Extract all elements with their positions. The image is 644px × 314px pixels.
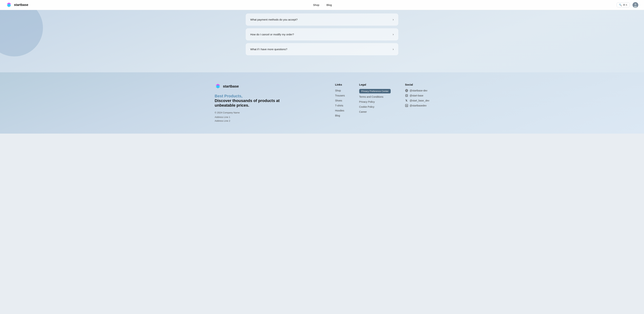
list-item-shop: Shop [335,89,345,92]
faq-question-0: What payment methods do you accept? [250,18,298,21]
nav-shop[interactable]: Shop [313,3,319,6]
svg-point-4 [634,3,636,5]
social-label-start-base: @start-base [410,94,423,97]
main-content: What payment methods do you accept? › Ho… [0,0,644,134]
footer-tagline-colored: Best Products [215,94,241,98]
footer-logo-text: startbase [223,84,239,88]
social-item-globe[interactable]: @startbase-dev [405,89,429,92]
footer-col-legal: Legal Privacy Preference Center Terms an… [359,83,391,123]
social-item-x[interactable]: 𝕏 @start_base_dev [405,99,429,102]
social-heading: Social [405,83,429,86]
footer-inner: startbase Best Products, Discover thousa… [215,83,429,123]
footer-address-line1: Address Line 1 [215,115,300,119]
list-item-career: Career [359,110,391,113]
footer-logo: startbase [215,83,300,90]
faq-item-1[interactable]: How do I cancel or modify my order? › [246,28,398,40]
x-icon: 𝕏 [405,99,408,102]
faq-item-0[interactable]: What payment methods do you accept? › [246,13,398,25]
link-hoodies[interactable]: Hoodies [335,109,344,112]
list-item-trousers: Trousers [335,94,345,97]
list-item-cookie: Cookie Policy [359,105,391,108]
links-list: Shop Trousers Shoes T-shirts Hoodies [335,89,345,117]
search-shortcut: ⌘ K [623,3,627,6]
chevron-right-icon-2: › [393,47,394,51]
social-label-start-base-dev: @start_base_dev [410,99,429,102]
faq-container: What payment methods do you accept? › Ho… [242,13,402,55]
link-tshirts[interactable]: T-shirts [335,104,343,107]
faq-section: What payment methods do you accept? › Ho… [0,10,644,72]
footer-col-links: Links Shop Trousers Shoes T-shirts [335,83,345,123]
faq-question-1: How do I cancel or modify my order? [250,33,294,36]
logo-icon [6,2,12,8]
link-career[interactable]: Career [359,110,367,113]
social-label-startbase-dev: @startbase-dev [410,89,427,92]
link-privacy[interactable]: Privacy Policy [359,100,375,103]
list-item-hoodies: Hoodies [335,109,345,112]
faq-question-2: What if I have more questions? [250,48,287,51]
box-icon [405,94,408,97]
svg-text:𝕏: 𝕏 [405,99,408,102]
list-item-tshirts: T-shirts [335,104,345,107]
footer-address-line2: Address Line 2 [215,119,300,123]
faq-item-2[interactable]: What if I have more questions? › [246,43,398,55]
footer-brand: startbase Best Products, Discover thousa… [215,83,300,123]
social-item-linkedin[interactable]: @startbasedev [405,104,429,107]
footer-tagline: Best Products, Discover thousands of pro… [215,94,300,108]
svg-point-5 [634,6,637,8]
footer-tagline-comma: , [241,94,242,98]
link-shop[interactable]: Shop [335,89,341,92]
footer-tagline-main: Discover thousands of products at unbeat… [215,98,280,108]
link-shoes[interactable]: Shoes [335,99,342,102]
footer: startbase Best Products, Discover thousa… [0,72,644,134]
link-terms[interactable]: Terms and Conditions [359,95,383,98]
svg-rect-12 [406,95,408,97]
footer-columns: Links Shop Trousers Shoes T-shirts [335,83,429,123]
chevron-right-icon-0: › [393,18,394,21]
list-item-blog: Blog [335,114,345,117]
search-icon: 🔍 [619,3,622,6]
search-button[interactable]: 🔍 ⌘ K [617,2,630,7]
navbar-nav: Shop Blog [313,3,332,6]
social-label-startbasedev: @startbasedev [410,104,426,107]
link-blog[interactable]: Blog [335,114,340,117]
logo-text: startbase [14,3,28,7]
privacy-preference-badge[interactable]: Privacy Preference Center [359,89,391,93]
user-avatar-icon [632,2,638,8]
legal-heading: Legal [359,83,391,86]
list-item-terms: Terms and Conditions [359,95,391,98]
links-heading: Links [335,83,345,86]
list-item-privacy: Privacy Policy [359,100,391,103]
nav-blog[interactable]: Blog [326,3,332,6]
navbar: startbase Shop Blog 🔍 ⌘ K [0,0,644,10]
footer-col-social: Social @startbase-dev [405,83,429,123]
navbar-brand: startbase [6,2,28,8]
social-item-box[interactable]: @start-base [405,94,429,97]
chevron-right-icon-1: › [393,32,394,36]
footer-address: Address Line 1 Address Line 2 [215,115,300,123]
footer-copyright: © 2024 Company Name [215,111,300,114]
footer-logo-icon [215,83,221,90]
globe-icon [405,89,408,92]
avatar[interactable] [632,2,638,8]
svg-rect-13 [406,95,407,96]
navbar-actions: 🔍 ⌘ K [617,2,638,8]
link-cookie[interactable]: Cookie Policy [359,105,374,108]
list-item-shoes: Shoes [335,99,345,102]
legal-list: Terms and Conditions Privacy Policy Cook… [359,95,391,113]
link-trousers[interactable]: Trousers [335,94,345,97]
linkedin-icon [405,104,408,107]
